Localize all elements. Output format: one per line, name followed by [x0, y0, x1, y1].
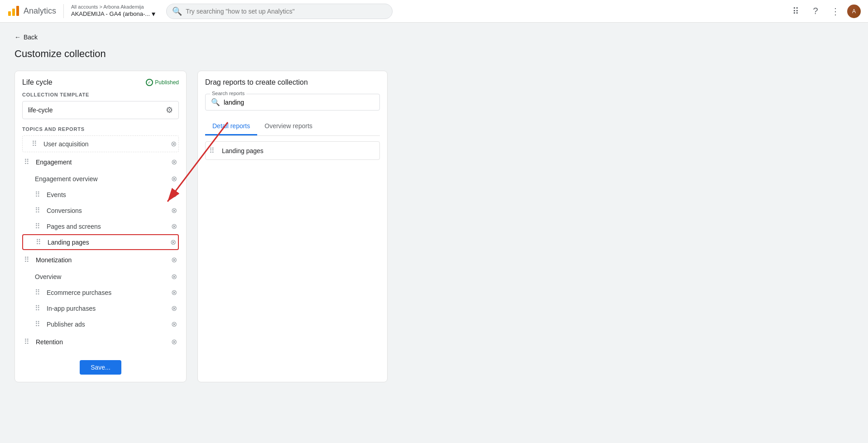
list-item: ⠿ In-app purchases ⊗ — [22, 300, 179, 316]
drag-handle-icon[interactable]: ⠿ — [35, 288, 40, 297]
tab-detail-label: Detail reports — [212, 122, 250, 130]
remove-item-button[interactable]: ⊗ — [171, 255, 177, 264]
panel-title: Life cycle — [22, 78, 53, 87]
item-label-text: Engagement overview — [35, 175, 98, 183]
page-title: Customize collection — [14, 48, 854, 60]
drag-handle-icon[interactable]: ⠿ — [35, 190, 40, 199]
drag-handle-icon[interactable]: ⠿ — [35, 304, 40, 313]
back-arrow-icon: ← — [14, 34, 21, 41]
item-label-text: In-app purchases — [47, 305, 96, 312]
nav-logo: Analytics — [7, 5, 63, 18]
remove-item-button[interactable]: ⊗ — [171, 190, 177, 199]
panel-header: Life cycle ✓ Published — [22, 78, 179, 87]
tab-detail-reports[interactable]: Detail reports — [205, 118, 257, 135]
topics-label: TOPICS AND REPORTS — [22, 126, 179, 132]
nav-account: All accounts > Arbona Akademija AKADEMIJ… — [63, 4, 155, 18]
search-icon: 🔍 — [172, 6, 182, 16]
chevron-down-icon: ▾ — [152, 10, 155, 18]
item-label-text: Overview — [35, 273, 61, 280]
remove-item-button[interactable]: ⊗ — [170, 238, 176, 246]
remove-item-button[interactable]: ⊗ — [171, 337, 177, 346]
account-name-text: AKADEMIJA - GA4 (arbona-... — [71, 10, 150, 17]
drag-handle-icon[interactable]: ⠿ — [35, 320, 40, 328]
template-select[interactable]: life-cycle ⚙ — [22, 101, 179, 119]
back-link[interactable]: ← Back — [14, 34, 854, 41]
remove-item-button[interactable]: ⊗ — [171, 140, 177, 148]
left-panel: Life cycle ✓ Published COLLECTION TEMPLA… — [14, 71, 187, 382]
published-badge: ✓ Published — [146, 79, 179, 86]
list-item-highlighted: ⠿ Landing pages ⊗ — [22, 234, 179, 250]
list-item: ⠿ Publisher ads ⊗ — [22, 316, 179, 332]
list-item: ⠿ Ecommerce purchases ⊗ — [22, 284, 179, 300]
apps-icon-button[interactable]: ⠿ — [787, 3, 804, 19]
help-icon: ? — [813, 6, 818, 16]
nav-right: ⠿ ? ⋮ A — [787, 3, 861, 19]
settings-icon: ⚙ — [166, 105, 173, 115]
help-icon-button[interactable]: ? — [807, 3, 824, 19]
layout: Life cycle ✓ Published COLLECTION TEMPLA… — [14, 71, 854, 382]
search-bar[interactable]: 🔍 — [166, 4, 393, 19]
svg-rect-2 — [16, 6, 19, 16]
drag-handle-icon[interactable]: ⠿ — [24, 158, 29, 166]
remove-item-button[interactable]: ⊗ — [171, 272, 177, 281]
item-label-text: Conversions — [47, 207, 82, 214]
remove-item-button[interactable]: ⊗ — [171, 288, 177, 297]
item-label-text: Engagement — [36, 159, 72, 166]
search-label: Search reports — [210, 91, 246, 96]
tab-overview-label: Overview reports — [264, 122, 312, 130]
nav-breadcrumb: All accounts > Arbona Akademija — [71, 4, 155, 10]
item-label-text: Landing pages — [48, 239, 89, 246]
list-item-group: ⠿ Monetization ⊗ — [22, 252, 179, 268]
remove-item-button[interactable]: ⊗ — [171, 222, 177, 231]
remove-item-button[interactable]: ⊗ — [171, 206, 177, 215]
drag-handle-icon[interactable]: ⠿ — [24, 337, 29, 346]
back-label: Back — [24, 34, 38, 41]
nav-account-name[interactable]: AKADEMIJA - GA4 (arbona-... ▾ — [71, 10, 155, 18]
search-box[interactable]: Search reports 🔍 — [205, 94, 380, 111]
drag-handle-icon[interactable]: ⠿ — [36, 238, 41, 246]
drag-handle-icon[interactable]: ⠿ — [35, 222, 40, 231]
collection-template-label: COLLECTION TEMPLATE — [22, 92, 179, 97]
list-item: Overview ⊗ — [22, 351, 179, 353]
list-item: ⠿ Conversions ⊗ — [22, 202, 179, 218]
report-item[interactable]: ⠿ Landing pages — [205, 141, 380, 160]
list-item-group: ⠿ Engagement ⊗ — [22, 154, 179, 170]
list-item: ⠿ Pages and screens ⊗ — [22, 218, 179, 234]
drag-handle-icon[interactable]: ⠿ — [24, 255, 29, 264]
more-vert-icon: ⋮ — [831, 6, 840, 17]
item-label-text: Publisher ads — [47, 321, 85, 328]
remove-item-button[interactable]: ⊗ — [171, 158, 177, 166]
list-item-group: ⠿ Retention ⊗ — [22, 334, 179, 350]
more-vert-icon-button[interactable]: ⋮ — [827, 3, 844, 19]
list-item: ⠿ User acquisition ⊗ — [22, 135, 179, 152]
save-btn-container: Save... — [22, 360, 179, 375]
drag-handle-icon[interactable]: ⠿ — [32, 140, 37, 148]
list-item: Overview ⊗ — [22, 269, 179, 284]
tab-overview-reports[interactable]: Overview reports — [257, 118, 320, 135]
list-item: ⠿ Events ⊗ — [22, 187, 179, 202]
report-item-label: Landing pages — [222, 147, 264, 154]
topics-list: ⠿ User acquisition ⊗ ⠿ Engagement ⊗ — [22, 135, 179, 353]
right-panel-title: Drag reports to create collection — [205, 78, 380, 87]
svg-rect-1 — [12, 9, 15, 16]
right-panel: Drag reports to create collection Search… — [197, 71, 388, 382]
item-label-text: Retention — [36, 338, 63, 346]
item-label-text: Monetization — [36, 256, 72, 264]
tabs: Detail reports Overview reports — [205, 118, 380, 136]
save-button[interactable]: Save... — [80, 360, 121, 375]
remove-item-button[interactable]: ⊗ — [171, 320, 177, 328]
remove-item-button[interactable]: ⊗ — [171, 304, 177, 313]
published-label: Published — [155, 79, 179, 86]
item-label-text: Ecommerce purchases — [47, 289, 111, 296]
search-input[interactable] — [186, 8, 387, 15]
apps-icon: ⠿ — [792, 6, 799, 17]
remove-item-button[interactable]: ⊗ — [171, 174, 177, 183]
search-icon: 🔍 — [211, 98, 220, 106]
app-name: Analytics — [24, 6, 56, 16]
item-label-text: Events — [47, 191, 66, 198]
user-avatar[interactable]: A — [847, 5, 861, 18]
drag-handle-icon[interactable]: ⠿ — [35, 206, 40, 215]
reports-search-input[interactable] — [224, 99, 374, 106]
svg-rect-0 — [8, 11, 11, 16]
template-value: life-cycle — [28, 106, 53, 114]
